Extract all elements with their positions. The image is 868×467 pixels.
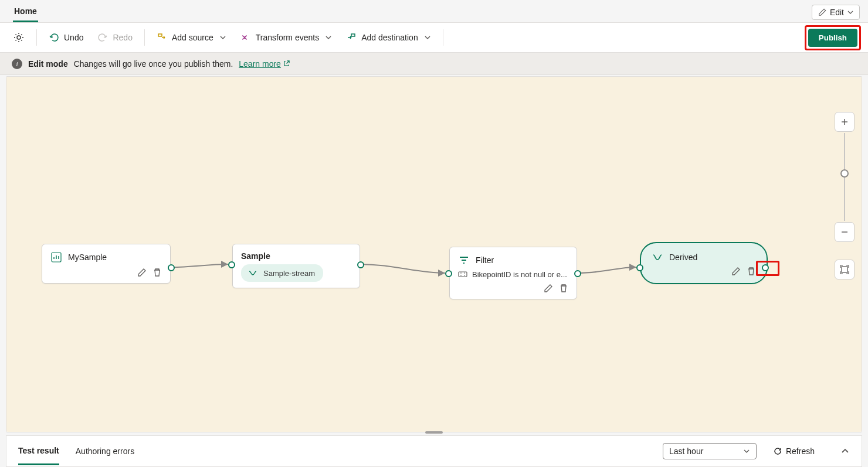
zoom-thumb[interactable] — [840, 169, 849, 178]
divider — [36, 29, 37, 46]
chevron-down-icon — [424, 35, 431, 40]
redo-button: Redo — [91, 29, 138, 46]
panel-resize-handle[interactable] — [425, 431, 443, 434]
input-port[interactable] — [636, 264, 643, 271]
chevron-down-icon — [743, 449, 750, 454]
tab-bar: Home Edit — [0, 0, 868, 22]
edit-icon[interactable] — [137, 268, 147, 277]
undo-label: Undo — [64, 33, 83, 42]
output-port-highlight — [756, 261, 779, 276]
node-filter[interactable]: Filter BikepointID is not null or e... — [449, 247, 577, 299]
svg-point-0 — [17, 36, 21, 39]
filter-icon — [458, 254, 470, 266]
undo-button[interactable]: Undo — [43, 29, 89, 46]
info-bar: i Edit mode Changes will go live once yo… — [0, 53, 868, 75]
edit-mode-label: Edit mode — [28, 59, 68, 69]
svg-rect-3 — [842, 267, 847, 272]
publish-button[interactable]: Publish — [808, 29, 857, 47]
zoom-controls — [835, 112, 855, 279]
chevron-down-icon — [847, 11, 853, 14]
edit-icon[interactable] — [544, 284, 553, 293]
transform-label: Transform events — [256, 33, 319, 42]
node-title: Derived — [669, 253, 697, 262]
bar-chart-icon — [50, 251, 62, 263]
canvas-container: MySample Sample Sample-stream — [6, 76, 862, 432]
edit-label: Edit — [830, 8, 844, 17]
undo-icon — [49, 32, 59, 43]
stream-icon — [247, 267, 259, 279]
info-icon: i — [12, 59, 22, 69]
transform-icon — [240, 32, 251, 43]
delete-icon[interactable] — [559, 284, 568, 293]
pencil-icon — [818, 8, 826, 16]
node-title: MySample — [68, 253, 107, 262]
edit-dropdown[interactable]: Edit — [812, 5, 860, 20]
stream-label: Sample-stream — [263, 269, 315, 278]
refresh-label: Refresh — [786, 446, 815, 456]
zoom-slider[interactable] — [844, 133, 845, 221]
output-port[interactable] — [168, 264, 175, 271]
tab-test-result[interactable]: Test result — [18, 438, 59, 465]
filter-expression: BikepointID is not null or e... — [472, 270, 567, 279]
design-canvas[interactable]: MySample Sample Sample-stream — [6, 77, 862, 432]
node-title: Filter — [476, 255, 494, 265]
delete-icon[interactable] — [152, 268, 162, 277]
zoom-out-button[interactable] — [835, 222, 855, 242]
source-icon — [157, 32, 167, 43]
zoom-in-button[interactable] — [835, 112, 855, 132]
time-range-select[interactable]: Last hour — [663, 443, 757, 459]
output-port[interactable] — [574, 270, 581, 277]
external-link-icon — [283, 60, 290, 67]
edit-icon[interactable] — [731, 267, 741, 276]
divider — [144, 29, 145, 46]
fit-to-screen-button[interactable] — [835, 260, 855, 279]
gear-icon — [13, 32, 25, 43]
refresh-icon — [773, 446, 782, 456]
node-sample[interactable]: Sample Sample-stream — [232, 244, 360, 288]
publish-highlight: Publish — [805, 25, 861, 50]
input-port[interactable] — [445, 270, 452, 277]
info-message: Changes will go live once you publish th… — [74, 59, 233, 69]
time-range-value: Last hour — [669, 446, 703, 456]
add-source-button[interactable]: Add source — [151, 29, 232, 46]
node-derived[interactable]: Derived — [640, 242, 768, 284]
redo-label: Redo — [113, 33, 132, 42]
delete-icon[interactable] — [747, 267, 756, 276]
chevron-down-icon — [325, 35, 332, 40]
divider — [443, 29, 443, 46]
formula-icon — [458, 270, 467, 279]
stream-icon — [652, 251, 663, 263]
output-port[interactable] — [357, 261, 364, 268]
add-source-label: Add source — [172, 33, 213, 42]
refresh-button[interactable]: Refresh — [773, 446, 815, 456]
add-destination-label: Add destination — [361, 33, 418, 42]
svg-rect-2 — [459, 272, 467, 277]
learn-more-link[interactable]: Learn more — [239, 59, 290, 69]
bottom-panel: Test result Authoring errors Last hour R… — [6, 435, 862, 467]
stream-chip[interactable]: Sample-stream — [241, 264, 323, 282]
node-title: Sample — [241, 251, 270, 261]
settings-button[interactable] — [7, 28, 30, 47]
tab-home[interactable]: Home — [13, 2, 38, 22]
add-destination-button[interactable]: Add destination — [340, 29, 437, 46]
destination-icon — [346, 32, 357, 43]
expand-panel-button[interactable] — [840, 448, 850, 454]
node-mysample[interactable]: MySample — [42, 244, 171, 284]
input-port[interactable] — [228, 261, 235, 268]
tab-authoring-errors[interactable]: Authoring errors — [76, 438, 134, 464]
redo-icon — [97, 32, 108, 43]
transform-events-button[interactable]: Transform events — [235, 29, 338, 46]
toolbar: Undo Redo Add source Transform events Ad… — [0, 22, 868, 53]
chevron-down-icon — [219, 35, 226, 40]
